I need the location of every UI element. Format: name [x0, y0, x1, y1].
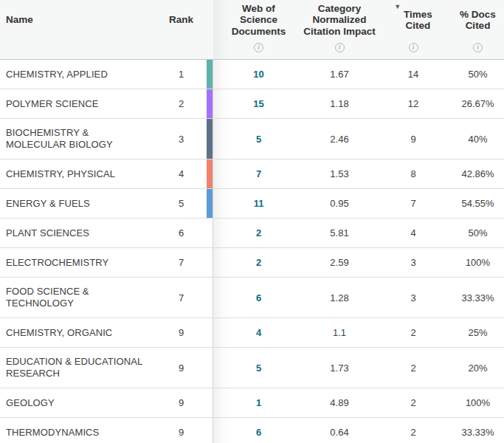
rank-cell: 1: [156, 69, 207, 80]
wos-documents-link[interactable]: 4: [256, 327, 261, 338]
pct-docs-cited-cell: 33.33%: [452, 292, 504, 303]
table-row: FOOD SCIENCE & TECHNOLOGY 7 6 1.28 3 33.…: [0, 278, 504, 318]
cnci-cell: 0.95: [304, 198, 375, 209]
name-cell: ENERGY & FUELS: [0, 190, 156, 218]
info-icon[interactable]: i: [409, 43, 418, 52]
wos-documents-link[interactable]: 7: [256, 168, 261, 179]
rank-cell: 7: [156, 292, 207, 303]
category-color-bar: [207, 119, 213, 159]
wos-documents-link[interactable]: 2: [256, 227, 261, 238]
category-color-bar: [207, 189, 213, 218]
cnci-cell: 1.67: [304, 69, 375, 80]
wos-documents-cell: 1: [213, 388, 304, 417]
table-row: CHEMISTRY, APPLIED 1 10 1.67 14 50%: [0, 60, 504, 89]
name-cell: BIOCHEMISTRY & MOLECULAR BIOLOGY: [0, 119, 156, 159]
wos-documents-link[interactable]: 11: [254, 198, 264, 209]
wos-documents-cell: 5: [213, 348, 304, 388]
wos-documents-link[interactable]: 5: [256, 363, 261, 374]
wos-documents-link[interactable]: 2: [256, 257, 261, 268]
rank-cell: 5: [156, 198, 207, 209]
times-cited-cell: 2: [375, 363, 452, 374]
times-cited-cell: 3: [375, 257, 452, 268]
category-color-bar: [207, 89, 213, 118]
name-cell: POLYMER SCIENCE: [0, 90, 156, 118]
table-row: PLANT SCIENCES 6 2 5.81 4 50%: [0, 219, 504, 248]
category-ranking-table: Name Rank Web of Science Documents i Cat…: [0, 0, 504, 443]
table-row: CHEMISTRY, ORGANIC 9 4 1.1 2 25%: [0, 318, 504, 348]
cnci-cell: 4.89: [304, 397, 375, 408]
name-cell: GEOLOGY: [0, 389, 156, 417]
name-cell: ELECTROCHEMISTRY: [0, 249, 156, 277]
cnci-cell: 0.64: [304, 427, 375, 438]
times-cited-cell: 7: [375, 198, 452, 209]
table-row: EDUCATION & EDUCATIONAL RESEARCH 9 5 1.7…: [0, 348, 504, 388]
column-header-cnci[interactable]: Category Normalized Citation Impact i: [304, 0, 375, 59]
name-cell: CHEMISTRY, APPLIED: [0, 61, 156, 89]
times-cited-cell: 12: [375, 98, 452, 109]
cnci-cell: 1.53: [304, 168, 375, 179]
category-color-bar: [207, 388, 213, 417]
cnci-cell: 2.46: [304, 134, 375, 145]
column-header-name[interactable]: Name: [0, 0, 156, 59]
column-header-cnci-label: Category Normalized Citation Impact: [303, 3, 376, 38]
column-header-times-cited[interactable]: ▼ Times Cited i: [375, 0, 452, 59]
wos-documents-link[interactable]: 1: [256, 397, 261, 408]
sort-descending-icon: ▼: [394, 1, 401, 13]
category-color-bar: [207, 159, 213, 188]
wos-documents-link[interactable]: 6: [256, 427, 261, 438]
times-cited-cell: 2: [375, 327, 452, 338]
info-icon[interactable]: i: [473, 43, 483, 52]
wos-documents-cell: 2: [213, 248, 304, 277]
column-header-name-label: Name: [6, 14, 33, 26]
cnci-cell: 5.81: [304, 227, 375, 238]
times-cited-cell: 2: [375, 427, 452, 438]
info-icon[interactable]: i: [254, 43, 263, 52]
rank-cell: 3: [156, 134, 207, 145]
category-color-bar: [207, 219, 213, 247]
times-cited-cell: 4: [375, 227, 452, 238]
cnci-cell: 1.73: [304, 363, 375, 374]
column-header-rank[interactable]: Rank: [156, 0, 207, 59]
rank-cell: 2: [156, 98, 207, 109]
pct-docs-cited-cell: 33.33%: [452, 427, 504, 438]
rank-cell: 6: [156, 227, 207, 238]
table-row: POLYMER SCIENCE 2 15 1.18 12 26.67%: [0, 89, 504, 119]
wos-documents-link[interactable]: 10: [253, 69, 263, 80]
wos-documents-cell: 6: [213, 418, 304, 443]
table-row: BIOCHEMISTRY & MOLECULAR BIOLOGY 3 5 2.4…: [0, 119, 504, 159]
pct-docs-cited-cell: 42.86%: [452, 168, 504, 179]
rank-cell: 4: [156, 168, 207, 179]
times-cited-cell: 9: [375, 134, 452, 145]
table-row: CHEMISTRY, PHYSICAL 4 7 1.53 8 42.86%: [0, 159, 504, 189]
table-row: ENERGY & FUELS 5 11 0.95 7 54.55%: [0, 189, 504, 219]
name-cell: PLANT SCIENCES: [0, 219, 156, 247]
column-header-times-cited-label: Times Cited: [404, 9, 432, 32]
wos-documents-link[interactable]: 5: [256, 134, 261, 145]
category-color-bar: [207, 248, 213, 277]
cnci-cell: 2.59: [304, 257, 375, 268]
category-color-bar: [207, 418, 213, 443]
name-cell: FOOD SCIENCE & TECHNOLOGY: [0, 278, 156, 317]
times-cited-cell: 8: [375, 168, 452, 179]
times-cited-cell: 3: [375, 292, 452, 303]
column-header-pct-docs-cited[interactable]: % Docs Cited i: [452, 0, 504, 59]
table-body: CHEMISTRY, APPLIED 1 10 1.67 14 50% POLY…: [0, 60, 504, 443]
wos-documents-cell: 5: [213, 119, 304, 159]
wos-documents-link[interactable]: 6: [256, 292, 261, 303]
table-header: Name Rank Web of Science Documents i Cat…: [0, 0, 504, 60]
column-header-wos-documents[interactable]: Web of Science Documents i: [213, 0, 304, 59]
column-header-wos-documents-label: Web of Science Documents: [232, 3, 286, 38]
wos-documents-link[interactable]: 15: [253, 98, 263, 109]
wos-documents-cell: 4: [213, 318, 304, 347]
name-cell: EDUCATION & EDUCATIONAL RESEARCH: [0, 348, 156, 388]
pct-docs-cited-cell: 25%: [452, 327, 504, 338]
info-icon[interactable]: i: [335, 43, 345, 52]
pct-docs-cited-cell: 54.55%: [452, 198, 504, 209]
wos-documents-cell: 7: [213, 159, 304, 188]
cnci-cell: 1.28: [304, 292, 375, 303]
name-cell: THERMODYNAMICS: [0, 419, 156, 443]
category-color-bar: [207, 348, 213, 388]
times-cited-cell: 14: [375, 69, 452, 80]
category-color-bar: [207, 60, 213, 89]
rank-cell: 9: [156, 363, 207, 374]
